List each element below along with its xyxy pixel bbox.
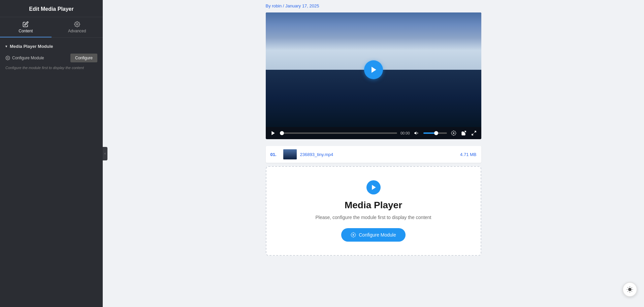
fullscreen-icon: [471, 130, 477, 136]
tab-content[interactable]: Content: [0, 17, 52, 37]
main-content: By robin / January 17, 2025 00:00: [103, 0, 644, 307]
video-container: 00:00: [266, 12, 481, 139]
tab-advanced-label: Advanced: [68, 29, 86, 33]
section-title: Media Player Module: [10, 44, 53, 49]
media-widget-title: Media Player: [273, 200, 474, 211]
progress-track[interactable]: [280, 132, 397, 134]
svg-marker-9: [372, 185, 376, 190]
settings-icon: [5, 56, 10, 60]
svg-point-0: [76, 24, 78, 25]
svg-point-1: [7, 57, 8, 59]
sun-icon: [626, 286, 633, 293]
external-link-button[interactable]: [460, 130, 467, 136]
post-meta: By robin / January 17, 2025: [266, 3, 481, 8]
playlist-filesize: 4.71 MB: [460, 152, 476, 157]
time-display: 00:00: [400, 131, 410, 135]
sidebar-title: Edit Media Player: [0, 0, 103, 17]
volume-thumb: [434, 131, 438, 135]
svg-line-18: [628, 291, 628, 291]
playlist-filename[interactable]: 236893_tiny.mp4: [300, 152, 460, 157]
configure-button[interactable]: Configure: [70, 54, 97, 62]
sidebar-section: ▾ Media Player Module Configure Module C…: [0, 38, 103, 73]
play-center-icon: [370, 66, 378, 74]
media-widget-btn-icon: [351, 232, 356, 238]
media-widget-btn-label: Configure Module: [359, 232, 396, 238]
svg-point-5: [453, 132, 454, 134]
progress-thumb: [280, 131, 284, 135]
gear-icon: [74, 21, 80, 27]
collapse-handle[interactable]: ‹: [103, 147, 107, 160]
settings-ctrl-icon: [451, 130, 456, 136]
configure-row: Configure Module Configure: [5, 54, 97, 62]
svg-line-15: [632, 291, 632, 291]
video-controls: 00:00: [266, 127, 481, 139]
collapse-icon: ‹: [104, 152, 105, 155]
sidebar: Edit Media Player Content Advanced ▾ Med…: [0, 0, 103, 307]
configure-hint: Configure the module first to display th…: [5, 66, 97, 70]
tab-advanced[interactable]: Advanced: [52, 17, 103, 37]
media-widget-play-icon: [371, 184, 377, 191]
volume-button[interactable]: [413, 130, 420, 136]
content-wrapper: By robin / January 17, 2025 00:00: [259, 0, 488, 276]
sidebar-tabs: Content Advanced: [0, 17, 103, 38]
pencil-icon: [23, 21, 29, 27]
svg-point-10: [353, 234, 354, 236]
media-widget-description: Please, configure the module first to di…: [273, 215, 474, 220]
video-thumbnail[interactable]: [266, 12, 481, 127]
playlist-thumbnail: [283, 149, 297, 159]
video-play-center-button[interactable]: [364, 60, 383, 79]
tab-content-label: Content: [19, 29, 33, 33]
volume-track[interactable]: [423, 132, 447, 134]
configure-label: Configure Module: [5, 56, 44, 60]
volume-icon: [414, 130, 419, 136]
playlist-item: 01. 236893_tiny.mp4 4.71 MB: [266, 146, 481, 163]
chevron-icon: ▾: [5, 44, 7, 48]
fullscreen-button[interactable]: [471, 130, 477, 136]
svg-line-14: [628, 287, 628, 288]
playlist-num: 01.: [270, 152, 280, 157]
section-title-row[interactable]: ▾ Media Player Module: [5, 44, 97, 49]
settings-button[interactable]: [450, 130, 457, 136]
external-link-icon: [461, 130, 466, 136]
media-widget-icon-container: [366, 180, 381, 194]
media-widget-configure-button[interactable]: Configure Module: [341, 228, 406, 242]
svg-marker-3: [271, 131, 275, 135]
svg-line-19: [632, 287, 632, 288]
media-player-widget: Media Player Please, configure the modul…: [266, 166, 481, 256]
svg-marker-2: [372, 67, 376, 73]
svg-point-11: [629, 288, 631, 291]
floating-theme-button[interactable]: [622, 282, 637, 297]
configure-module-label: Configure Module: [12, 56, 44, 60]
svg-marker-4: [414, 131, 416, 134]
play-pause-button[interactable]: [270, 130, 277, 136]
play-icon: [270, 130, 276, 136]
